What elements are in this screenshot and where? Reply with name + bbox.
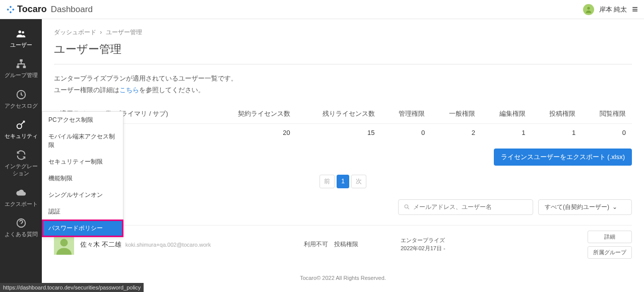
breadcrumb-sep: › (100, 29, 102, 36)
svg-point-9 (405, 205, 408, 208)
sidebar-item-users[interactable]: ユーザー (0, 23, 42, 53)
svg-point-0 (587, 7, 590, 9)
hamburger-icon[interactable]: ≡ (632, 4, 638, 15)
statusbar: https://dashboard.tocaro.dev/securities/… (0, 283, 144, 292)
user-plan: エンタープライズ 2022年02月17日 - (401, 237, 481, 252)
breadcrumb-a[interactable]: ダッシュボード (54, 29, 96, 36)
username: 岸本 純太 (599, 5, 627, 14)
avatar-icon (585, 6, 593, 14)
svg-point-10 (60, 239, 68, 246)
submenu-security-limit[interactable]: セキュリティー制限 (42, 154, 123, 170)
users-icon (16, 28, 27, 39)
stats-v1: 20 (212, 123, 296, 141)
sidebar: ユーザー グループ管理 アクセスログ セキュリティ インテグレーション エクスポ… (0, 19, 42, 292)
stats-h4: 一般権限 (431, 104, 481, 124)
group-button[interactable]: 所属グループ (588, 246, 632, 259)
stats-v7: 0 (582, 123, 632, 141)
svg-point-7 (17, 124, 21, 128)
svg-point-1 (18, 31, 21, 34)
logo[interactable]: Tocaro (6, 4, 47, 15)
desc-line2: ユーザー権限の詳細はこちらを参照してください。 (54, 84, 632, 96)
user-row: 佐々木 不二雄 koki.shimura+qa.002@tocaro.work … (54, 225, 632, 264)
refresh-icon (16, 150, 27, 161)
header: Tocaro Dashboard 岸本 純太 ≡ (0, 0, 644, 19)
page-title: ユーザー管理 (54, 42, 632, 57)
desc-line1: エンタープライズプランが適用されているユーザー一覧です。 (54, 72, 632, 84)
submenu-password-policy[interactable]: パスワードポリシー (42, 220, 123, 237)
brand-text: Tocaro (17, 4, 47, 15)
stats-h1: 契約ライセンス数 (212, 104, 296, 124)
sidebar-item-security[interactable]: セキュリティ (0, 114, 42, 144)
export-button[interactable]: ライセンスユーザーをエクスポート (.xlsx) (494, 149, 632, 166)
svg-point-2 (22, 31, 24, 34)
svg-rect-5 (23, 66, 25, 68)
sidebar-item-groups[interactable]: グループ管理 (0, 53, 42, 84)
cloud-icon (16, 187, 27, 198)
pager-next[interactable]: 次 (351, 175, 366, 188)
stats-v5: 1 (481, 123, 532, 141)
clock-icon (16, 89, 27, 100)
footer: Tocaro© 2022 All Rights Reserved. (42, 275, 644, 281)
key-icon (16, 119, 27, 130)
sidebar-item-integration[interactable]: インテグレーション (0, 144, 42, 182)
avatar-icon (55, 237, 73, 255)
header-title: Dashboard (51, 5, 93, 15)
submenu-feature-limit[interactable]: 機能制限 (42, 170, 123, 187)
logo-icon (6, 5, 15, 14)
stats-v2: 15 (296, 123, 381, 141)
header-right: 岸本 純太 ≡ (583, 4, 638, 15)
user-status: 利用不可 (298, 240, 328, 249)
sidebar-item-label: セキュリティ (5, 132, 38, 139)
sidebar-item-label: よくある質問 (5, 231, 38, 238)
main: ダッシュボード › ユーザー管理 ユーザー管理 エンタープライズプランが適用され… (42, 19, 644, 292)
search-icon (404, 203, 410, 210)
user-email: koki.shimura+qa.002@tocaro.work (125, 242, 211, 248)
submenu-auth[interactable]: 認証 (42, 203, 123, 220)
description: エンタープライズプランが適用されているユーザー一覧です。 ユーザー権限の詳細はこ… (54, 72, 632, 96)
stats-h3: 管理権限 (381, 104, 431, 124)
stats-h6: 投稿権限 (532, 104, 582, 124)
user-name: 佐々木 不二雄 (80, 240, 121, 249)
pager-page[interactable]: 1 (337, 175, 349, 188)
submenu-pc-access[interactable]: PCアクセス制限 (42, 112, 123, 128)
sidebar-item-label: グループ管理 (5, 71, 38, 79)
pager: 前 1 次 (54, 175, 632, 188)
pager-prev[interactable]: 前 (319, 175, 335, 188)
breadcrumb-b: ユーザー管理 (106, 29, 142, 36)
stats-v4: 2 (431, 123, 481, 141)
sitemap-icon (16, 58, 27, 69)
user-perm: 投稿権限 (334, 240, 395, 249)
submenu-mobile-access[interactable]: モバイル端末アクセス制限 (42, 128, 123, 154)
stats-h5: 編集権限 (481, 104, 532, 124)
search-input[interactable] (413, 203, 528, 210)
breadcrumb: ダッシュボード › ユーザー管理 (54, 28, 632, 37)
question-icon (16, 217, 27, 229)
sidebar-item-label: エクスポート (5, 200, 38, 207)
search-box[interactable] (398, 199, 533, 215)
sidebar-item-accesslog[interactable]: アクセスログ (0, 84, 42, 114)
filter-select[interactable]: すべて(自契約ユーザー) ⌄ (538, 199, 632, 215)
sidebar-item-label: ユーザー (10, 41, 32, 48)
sidebar-item-label: インテグレーション (2, 163, 40, 177)
desc-link[interactable]: こちら (119, 86, 139, 94)
filter-label: すべて(自契約ユーザー) (545, 203, 609, 211)
stats-v3: 0 (381, 123, 431, 141)
avatar[interactable] (583, 4, 594, 15)
svg-rect-4 (16, 66, 19, 68)
sidebar-item-faq[interactable]: よくある質問 (0, 212, 42, 243)
stats-h7: 閲覧権限 (582, 104, 632, 124)
stats-h2: 残りライセンス数 (296, 104, 381, 124)
stats-v6: 1 (532, 123, 582, 141)
stats-table: 適用ライセンス数(プライマリ / サブ) 契約ライセンス数 残りライセンス数 管… (54, 104, 632, 141)
user-info: 佐々木 不二雄 koki.shimura+qa.002@tocaro.work (80, 240, 292, 249)
header-left: Tocaro Dashboard (6, 4, 93, 15)
submenu-sso[interactable]: シングルサインオン (42, 187, 123, 203)
chevron-down-icon: ⌄ (612, 203, 617, 210)
detail-button[interactable]: 詳細 (588, 231, 632, 243)
svg-rect-3 (20, 59, 23, 62)
security-submenu: PCアクセス制限 モバイル端末アクセス制限 セキュリティー制限 機能制限 シング… (42, 111, 123, 237)
sidebar-item-label: アクセスログ (5, 102, 38, 109)
user-avatar[interactable] (54, 235, 74, 255)
sidebar-item-export[interactable]: エクスポート (0, 182, 42, 212)
